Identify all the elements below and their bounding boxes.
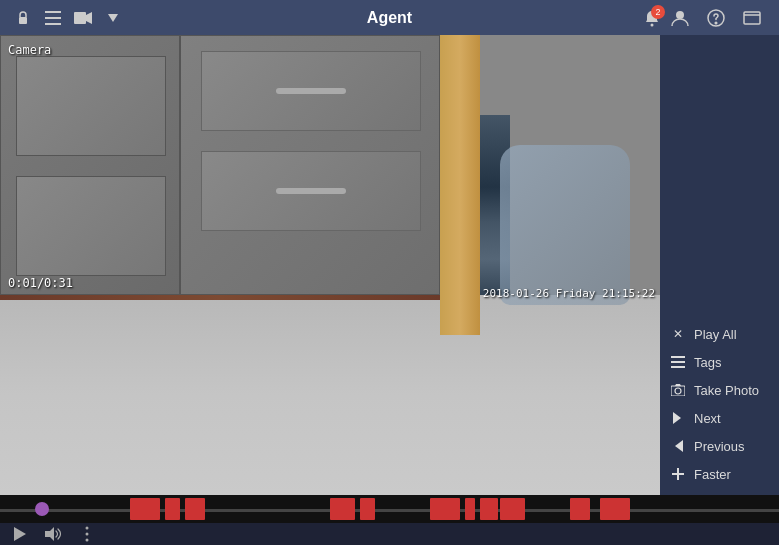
svg-rect-11 — [744, 12, 760, 24]
plastic-bags — [500, 145, 630, 305]
event-bar-1 — [130, 498, 160, 520]
event-bar-9 — [500, 498, 525, 520]
svg-point-17 — [675, 388, 681, 394]
event-bar-3 — [185, 498, 205, 520]
drawer-bottom-left — [16, 176, 166, 276]
menu-item-previous[interactable]: Previous — [660, 432, 779, 460]
svg-marker-18 — [673, 412, 681, 424]
event-bar-2 — [165, 498, 180, 520]
menu-label-next: Next — [694, 411, 721, 426]
event-bar-10 — [570, 498, 590, 520]
stuff-area — [480, 115, 660, 335]
menu-item-play-all[interactable]: ✕ Play All — [660, 320, 779, 348]
svg-marker-5 — [86, 12, 92, 24]
tags-icon — [670, 354, 686, 370]
menu-label-play-all: Play All — [694, 327, 737, 342]
svg-rect-15 — [671, 366, 685, 368]
svg-marker-19 — [675, 440, 683, 452]
menu-item-slower[interactable]: Slower — [660, 488, 779, 495]
svg-rect-13 — [671, 356, 685, 358]
drawer-top-right — [201, 51, 421, 131]
cabinet-right — [180, 35, 440, 295]
drawer-handle-top — [276, 88, 346, 94]
playback-controls — [0, 523, 779, 545]
drawer-bottom-right — [201, 151, 421, 231]
svg-point-28 — [86, 533, 89, 536]
menu-item-faster[interactable]: Faster — [660, 460, 779, 488]
svg-rect-3 — [45, 23, 61, 25]
menu-label-tags: Tags — [694, 355, 721, 370]
menu-item-take-photo[interactable]: Take Photo — [660, 376, 779, 404]
event-bar-11 — [600, 498, 630, 520]
main-area: Camera 0:01/0:31 2018-01-26 Friday 21:15… — [0, 35, 779, 545]
camera-label: Camera — [8, 43, 51, 57]
cabinet-left — [0, 35, 180, 295]
top-bar: Agent 2 — [0, 0, 779, 35]
door-frame — [440, 35, 480, 335]
svg-rect-1 — [45, 11, 61, 13]
notification-bell[interactable]: 2 — [643, 9, 661, 27]
menu-item-next[interactable]: Next — [660, 404, 779, 432]
timeline-track[interactable] — [0, 495, 779, 523]
svg-marker-25 — [14, 527, 26, 541]
dropdown-icon[interactable] — [100, 5, 126, 31]
timeline-line — [0, 509, 779, 512]
next-icon — [670, 410, 686, 426]
window-icon[interactable] — [739, 5, 765, 31]
hamburger-icon[interactable] — [40, 5, 66, 31]
play-all-icon: ✕ — [670, 326, 686, 342]
drawer-top-left — [16, 56, 166, 156]
faster-icon — [670, 466, 686, 482]
svg-rect-2 — [45, 17, 61, 19]
bottom-controls — [0, 495, 779, 545]
event-bar-7 — [465, 498, 475, 520]
notification-count: 2 — [651, 5, 665, 19]
app-title: Agent — [367, 9, 412, 27]
play-button[interactable] — [8, 523, 30, 545]
video-container: Camera 0:01/0:31 2018-01-26 Friday 21:15… — [0, 35, 779, 495]
svg-marker-6 — [108, 14, 118, 22]
svg-point-7 — [651, 23, 654, 26]
timecode: 0:01/0:31 — [8, 276, 73, 290]
svg-point-10 — [715, 22, 717, 24]
right-sidebar: ✕ Play All Tags — [660, 35, 779, 495]
timestamp: 2018-01-26 Friday 21:15:22 — [483, 287, 655, 300]
svg-point-29 — [86, 539, 89, 542]
svg-point-8 — [676, 11, 684, 19]
help-icon[interactable] — [703, 5, 729, 31]
event-bar-6 — [430, 498, 460, 520]
event-bar-4 — [330, 498, 355, 520]
video-icon[interactable] — [70, 5, 96, 31]
svg-rect-4 — [74, 12, 86, 24]
svg-point-27 — [86, 527, 89, 530]
more-options-button[interactable] — [76, 523, 98, 545]
svg-rect-14 — [671, 361, 685, 363]
timeline-thumb[interactable] — [35, 502, 49, 516]
menu-label-faster: Faster — [694, 467, 731, 482]
room-scene — [0, 35, 660, 495]
event-bar-8 — [480, 498, 498, 520]
drawer-handle-bottom — [276, 188, 346, 194]
camera-view: Camera 0:01/0:31 2018-01-26 Friday 21:15… — [0, 35, 660, 495]
menu-label-previous: Previous — [694, 439, 745, 454]
event-bar-5 — [360, 498, 375, 520]
menu-label-take-photo: Take Photo — [694, 383, 759, 398]
previous-icon — [670, 438, 686, 454]
user-icon[interactable] — [667, 5, 693, 31]
volume-button[interactable] — [42, 523, 64, 545]
svg-marker-26 — [45, 527, 54, 541]
lock-icon[interactable] — [10, 5, 36, 31]
timeline-bar[interactable] — [0, 495, 779, 523]
menu-item-tags[interactable]: Tags — [660, 348, 779, 376]
svg-rect-0 — [19, 17, 27, 24]
take-photo-icon — [670, 382, 686, 398]
